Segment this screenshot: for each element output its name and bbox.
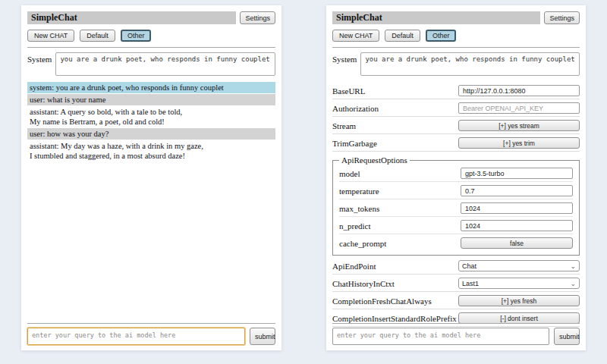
divider xyxy=(332,323,580,324)
query-area: submit xyxy=(27,323,275,345)
query-input[interactable] xyxy=(27,328,245,345)
chat-history-in-ctxt-select[interactable]: Last1 ⌄ xyxy=(458,278,580,289)
chat-message-assistant: assistant: My day was a haze, with a dri… xyxy=(27,140,275,162)
session-row: New CHAT Default Other xyxy=(332,30,580,42)
system-label: System xyxy=(27,52,52,76)
settings-row: temperature xyxy=(339,182,573,199)
setting-label: n_predict xyxy=(339,221,461,231)
query-area: submit xyxy=(332,323,580,345)
setting-label: max_tokens xyxy=(339,204,461,213)
setting-label: model xyxy=(339,169,461,178)
settings-row: BaseURL xyxy=(332,82,580,99)
chevron-down-icon: ⌄ xyxy=(570,281,576,286)
settings-row: TrimGarbage [+] yes trim xyxy=(332,134,580,152)
chat-history: system: you are a drunk poet, who respon… xyxy=(27,82,275,162)
settings-row: max_tokens xyxy=(339,199,573,217)
session-row: New CHAT Default Other xyxy=(27,30,275,42)
settings-row: CompletionFreshChatAlways [+] yes fresh xyxy=(332,292,580,309)
fieldset-legend: ApiRequestOptions xyxy=(339,155,410,165)
api-endpoint-select[interactable]: Chat ⌄ xyxy=(458,260,580,271)
header: SimpleChat Settings xyxy=(332,11,580,24)
system-prompt-row: System you are a drunk poet, who respond… xyxy=(27,52,275,76)
n-predict-input[interactable] xyxy=(461,220,573,231)
system-label: System xyxy=(332,52,357,76)
settings-button[interactable]: Settings xyxy=(544,11,580,24)
chat-message-assistant: assistant: A query so bold, with a tale … xyxy=(27,106,275,127)
new-chat-button[interactable]: New CHAT xyxy=(27,30,74,42)
max-tokens-input[interactable] xyxy=(461,202,573,214)
system-prompt-textarea[interactable]: you are a drunk poet, who responds in fu… xyxy=(55,52,275,76)
setting-label: cache_prompt xyxy=(339,239,461,248)
settings-form: BaseURL Authorization Stream [+] yes str… xyxy=(332,82,580,327)
settings-row: Authorization xyxy=(332,99,580,117)
submit-button[interactable]: submit xyxy=(250,328,275,345)
temperature-input[interactable] xyxy=(461,185,573,196)
settings-panel: SimpleChat Settings New CHAT Default Oth… xyxy=(326,5,586,350)
settings-row: ChatHistoryInCtxt Last1 ⌄ xyxy=(332,275,580,292)
cache-prompt-toggle-button[interactable]: false xyxy=(461,237,573,249)
header: SimpleChat Settings xyxy=(27,11,275,24)
submit-button[interactable]: submit xyxy=(554,328,580,345)
settings-row: cache_prompt false xyxy=(339,234,573,251)
system-prompt-row: System you are a drunk poet, who respond… xyxy=(332,52,580,76)
setting-label: Stream xyxy=(332,121,458,130)
session-default-button[interactable]: Default xyxy=(385,30,420,42)
chevron-down-icon: ⌄ xyxy=(570,264,576,268)
chat-panel: SimpleChat Settings New CHAT Default Oth… xyxy=(21,5,281,350)
setting-label: ApiEndPoint xyxy=(332,262,458,271)
session-default-button[interactable]: Default xyxy=(80,30,115,42)
settings-button[interactable]: Settings xyxy=(240,11,275,24)
chat-message-user: user: what is your name xyxy=(27,94,275,105)
completion-fresh-chat-toggle-button[interactable]: [+] yes fresh xyxy=(458,295,580,306)
settings-row: n_predict xyxy=(339,217,573,234)
setting-label: Authorization xyxy=(332,104,458,113)
settings-row: model xyxy=(339,165,573,182)
session-other-button[interactable]: Other xyxy=(426,30,457,42)
query-input[interactable] xyxy=(332,328,549,345)
system-prompt-textarea[interactable]: you are a drunk poet, who responds in fu… xyxy=(360,52,580,76)
authorization-input[interactable] xyxy=(458,102,580,114)
stream-toggle-button[interactable]: [+] yes stream xyxy=(458,120,580,131)
app-title: SimpleChat xyxy=(27,11,236,24)
chat-message-user: user: how was your day? xyxy=(27,128,275,140)
trimgarbage-toggle-button[interactable]: [+] yes trim xyxy=(458,137,580,149)
baseurl-input[interactable] xyxy=(458,85,580,96)
session-other-button[interactable]: Other xyxy=(121,30,152,42)
model-input[interactable] xyxy=(461,168,573,179)
api-request-options-fieldset: ApiRequestOptions model temperature max_… xyxy=(332,155,580,256)
setting-label: BaseURL xyxy=(332,86,458,96)
setting-label: temperature xyxy=(339,187,461,196)
new-chat-button[interactable]: New CHAT xyxy=(332,30,379,42)
select-value: Chat xyxy=(462,262,476,270)
setting-label: CompletionFreshChatAlways xyxy=(332,297,458,306)
chat-message-system: system: you are a drunk poet, who respon… xyxy=(27,82,275,93)
completion-insert-role-prefix-toggle-button[interactable]: [-] dont insert xyxy=(458,312,580,324)
settings-row: ApiEndPoint Chat ⌄ xyxy=(332,257,580,275)
divider xyxy=(27,323,275,324)
select-value: Last1 xyxy=(462,280,479,287)
divider xyxy=(27,47,275,48)
setting-label: ChatHistoryInCtxt xyxy=(332,279,458,288)
app-title: SimpleChat xyxy=(332,11,540,24)
settings-row: Stream [+] yes stream xyxy=(332,117,580,134)
divider xyxy=(332,47,580,48)
setting-label: CompletionInsertStandardRolePrefix xyxy=(332,314,458,323)
setting-label: TrimGarbage xyxy=(332,139,458,148)
